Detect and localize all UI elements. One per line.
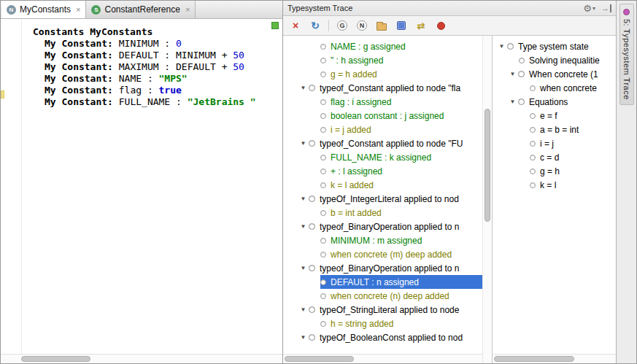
close-icon[interactable]: ×	[288, 18, 303, 33]
code-token: My Constant:	[45, 61, 113, 72]
expand-arrow-icon[interactable]: ▼	[298, 306, 308, 313]
tree-row-label: typeOf_BooleanConst applied to nod	[320, 333, 463, 343]
code-line[interactable]: My Constant: DEFAULT : MINIMUM + 50	[33, 50, 269, 61]
tree-row[interactable]: c = d	[530, 150, 616, 164]
state-tree: ▼Type system stateSolving inequalitie▼Wh…	[493, 39, 616, 354]
tree-row[interactable]: ▼typeOf_StringLiteral applied to node	[298, 303, 482, 317]
hide-panel-icon[interactable]: →	[601, 4, 611, 12]
tree-row[interactable]: when concrete	[530, 81, 616, 95]
tree-row[interactable]: + : l assigned	[320, 164, 482, 178]
folder-icon[interactable]	[374, 18, 389, 33]
generator-letter-icon[interactable]: G	[335, 18, 350, 33]
tree-row[interactable]: NAME : g assigned	[320, 39, 482, 53]
code-token: 50	[233, 61, 244, 72]
tree-row[interactable]: ▼typeof_Constant applied to node "fla	[298, 81, 482, 95]
editor-tab[interactable]: NMyConstants×	[1, 1, 86, 18]
expand-arrow-icon[interactable]: ▼	[497, 43, 506, 50]
expand-arrow-icon[interactable]: ▼	[298, 85, 308, 91]
node-letter-icon[interactable]: N	[355, 18, 369, 33]
tree-row[interactable]: ▼typeof_BinaryOperation applied to n	[298, 261, 482, 275]
editor-horizontal-scrollbar[interactable]	[1, 354, 282, 363]
tree-row[interactable]: i = j added	[320, 123, 482, 136]
sync-icon[interactable]: ⇄	[414, 18, 428, 33]
node-circle-icon	[309, 85, 315, 91]
tree-row[interactable]: k = l added	[320, 178, 482, 192]
close-tab-icon[interactable]: ×	[185, 5, 190, 14]
code-line[interactable]: My Constant: MAXIMUM : DEFAULT + 50	[33, 61, 269, 73]
trace-body: NAME : g assigned" : h assignedg = h add…	[283, 36, 616, 363]
bullet-icon	[530, 127, 536, 133]
close-tab-icon[interactable]: ×	[76, 5, 80, 14]
tree-row[interactable]: ▼typeof_BinaryOperation applied to n	[298, 220, 482, 233]
trace-panel-header: Typesystem Trace ⚙▾ →	[283, 1, 616, 16]
code-editor[interactable]: Constants MyConstantsMy Constant: MINIMU…	[1, 19, 282, 363]
tree-row[interactable]: ▼typeOf_BooleanConst applied to nod	[298, 330, 482, 344]
tree-row[interactable]: MINIMUM : m assigned	[320, 233, 482, 247]
state-horizontal-scrollbar[interactable]	[493, 354, 616, 363]
errors-icon[interactable]	[433, 18, 448, 33]
tree-row[interactable]: k = l	[530, 178, 616, 192]
generator-letter-icon: G	[337, 20, 347, 31]
state-tree-wrap: ▼Type system stateSolving inequalitie▼Wh…	[492, 36, 616, 363]
tree-row[interactable]: e = f	[530, 109, 616, 123]
trace-vertical-scrollbar[interactable]	[482, 36, 492, 363]
code-area[interactable]: Constants MyConstantsMy Constant: MINIMU…	[33, 26, 269, 108]
code-line[interactable]: Constants MyConstants	[33, 26, 269, 38]
tree-row[interactable]: DEFAULT : n assigned	[320, 275, 482, 289]
tree-row[interactable]: ▼typeOf_IntegerLiteral applied to nod	[298, 192, 482, 206]
code-token: "JetBrains "	[188, 96, 256, 107]
tree-row[interactable]: a = b = int	[530, 123, 616, 136]
model-icon[interactable]	[394, 18, 409, 33]
tree-row[interactable]: i = j	[530, 136, 616, 150]
expand-arrow-icon[interactable]: ▼	[298, 140, 308, 147]
node-circle-icon	[309, 223, 315, 230]
tab-label: ConstantReference	[104, 4, 179, 15]
expand-arrow-icon[interactable]: ▼	[298, 334, 308, 341]
tree-row[interactable]: ▼Equations	[508, 95, 616, 109]
expand-arrow-icon[interactable]: ▼	[298, 265, 308, 271]
expand-arrow-icon[interactable]: ▼	[508, 98, 517, 105]
tree-row[interactable]: b = int added	[320, 206, 482, 220]
scrollbar-thumb[interactable]	[494, 356, 574, 362]
tree-row-label: typeof_Constant applied to node "FU	[320, 139, 463, 149]
scrollbar-thumb[interactable]	[21, 356, 90, 362]
scrollbar-thumb[interactable]	[285, 356, 354, 362]
sync-icon: ⇄	[417, 21, 425, 31]
tool-tab-typesystem-trace[interactable]: 5: Typesystem Trace	[619, 4, 634, 105]
tree-row[interactable]: FULL_NAME : k assigned	[320, 150, 482, 164]
tree-row[interactable]: ▼Type system state	[497, 39, 616, 53]
tree-row[interactable]: ▼When concrete (1	[508, 67, 616, 81]
typesystem-trace-panel: Typesystem Trace ⚙▾ → ×↻GN⇄ NAME : g ass…	[283, 1, 616, 363]
tree-row[interactable]: when concrete (m) deep added	[320, 247, 482, 261]
code-line[interactable]: My Constant: FULL_NAME : "JetBrains "	[33, 96, 269, 108]
tree-row[interactable]: when concrete (n) deep added	[320, 289, 482, 303]
tree-row[interactable]: flag : i assigned	[320, 95, 482, 109]
expand-arrow-icon[interactable]: ▼	[508, 71, 517, 77]
code-line[interactable]: My Constant: NAME : "MPS"	[33, 73, 269, 85]
tree-row[interactable]: g = h	[530, 164, 616, 178]
tree-row-label: Equations	[529, 97, 568, 107]
right-tool-tab-strip: 5: Typesystem Trace	[616, 1, 636, 363]
code-line[interactable]: My Constant: flag : true	[33, 85, 269, 96]
trace-horizontal-scrollbar[interactable]	[283, 354, 482, 363]
bullet-icon	[320, 155, 326, 160]
bullet-icon	[530, 113, 536, 119]
tree-row[interactable]: boolean constant : j assigned	[320, 109, 482, 123]
code-line[interactable]: My Constant: MINIMUM : 0	[33, 38, 269, 50]
tree-row[interactable]: ▼typeof_Constant applied to node "FU	[298, 136, 482, 150]
tree-row[interactable]: h = string added	[320, 317, 482, 330]
expand-arrow-icon[interactable]: ▼	[298, 195, 308, 202]
tree-row-label: k = l	[540, 180, 556, 190]
tree-row[interactable]: g = h added	[320, 67, 482, 81]
code-token: My Constant:	[45, 38, 113, 49]
rerun-icon[interactable]: ↻	[308, 18, 323, 33]
tree-row[interactable]: Solving inequalitie	[519, 53, 616, 67]
chevron-down-icon: ▾	[592, 5, 595, 12]
gear-icon[interactable]: ⚙▾	[583, 3, 595, 14]
tree-row[interactable]: " : h assigned	[320, 53, 482, 67]
scrollbar-thumb[interactable]	[484, 109, 490, 222]
node-circle-icon	[507, 43, 514, 50]
tree-row-label: FULL_NAME : k assigned	[331, 152, 431, 163]
expand-arrow-icon[interactable]: ▼	[298, 223, 308, 230]
editor-tab[interactable]: SConstantReference×	[86, 1, 196, 18]
